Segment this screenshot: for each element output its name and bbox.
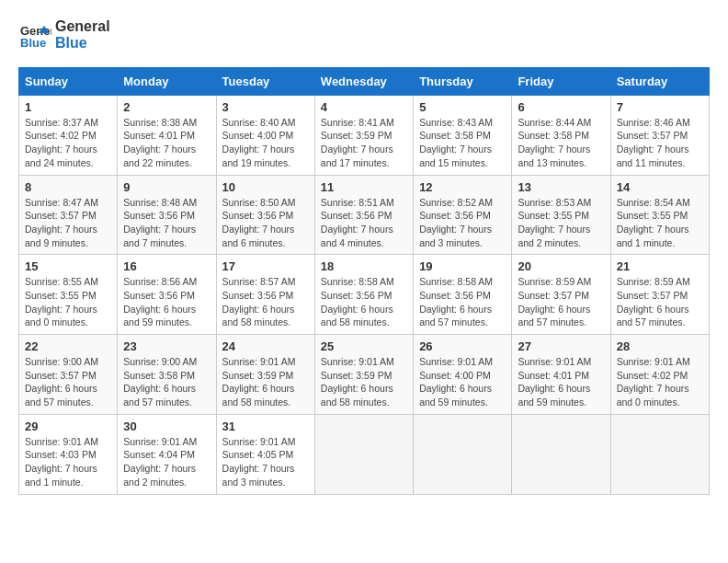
calendar-cell: 11Sunrise: 8:51 AMSunset: 3:56 PMDayligh… (314, 175, 413, 255)
page-header: General Blue General Blue (18, 18, 710, 52)
day-detail: Sunrise: 9:00 AMSunset: 3:58 PMDaylight:… (123, 355, 210, 409)
calendar-cell: 8Sunrise: 8:47 AMSunset: 3:57 PMDaylight… (19, 175, 118, 255)
calendar-cell: 21Sunrise: 8:59 AMSunset: 3:57 PMDayligh… (610, 255, 709, 335)
weekday-header-row: SundayMondayTuesdayWednesdayThursdayFrid… (19, 67, 710, 95)
calendar-cell: 22Sunrise: 9:00 AMSunset: 3:57 PMDayligh… (19, 335, 118, 415)
calendar-cell: 4Sunrise: 8:41 AMSunset: 3:59 PMDaylight… (314, 95, 413, 175)
day-number: 28 (617, 339, 703, 353)
weekday-header-monday: Monday (118, 67, 216, 95)
day-number: 15 (25, 259, 111, 273)
logo-blue: Blue (55, 35, 110, 52)
day-number: 19 (419, 259, 506, 273)
day-detail: Sunrise: 8:58 AMSunset: 3:56 PMDaylight:… (419, 275, 506, 329)
weekday-header-sunday: Sunday (19, 67, 118, 95)
day-number: 13 (518, 180, 604, 194)
day-detail: Sunrise: 9:01 AMSunset: 3:59 PMDaylight:… (222, 355, 309, 409)
day-detail: Sunrise: 9:01 AMSunset: 4:03 PMDaylight:… (25, 435, 111, 489)
calendar-cell: 18Sunrise: 8:58 AMSunset: 3:56 PMDayligh… (314, 255, 413, 335)
day-detail: Sunrise: 9:01 AMSunset: 4:04 PMDaylight:… (123, 435, 210, 489)
day-detail: Sunrise: 9:00 AMSunset: 3:57 PMDaylight:… (25, 355, 111, 409)
day-number: 20 (518, 259, 604, 273)
calendar-cell: 28Sunrise: 9:01 AMSunset: 4:02 PMDayligh… (610, 335, 709, 415)
calendar-week-3: 15Sunrise: 8:55 AMSunset: 3:55 PMDayligh… (19, 255, 710, 335)
weekday-header-saturday: Saturday (610, 67, 709, 95)
calendar-cell: 13Sunrise: 8:53 AMSunset: 3:55 PMDayligh… (512, 175, 610, 255)
day-detail: Sunrise: 9:01 AMSunset: 3:59 PMDaylight:… (321, 355, 407, 409)
day-number: 26 (419, 339, 506, 353)
calendar-cell: 31Sunrise: 9:01 AMSunset: 4:05 PMDayligh… (216, 414, 314, 494)
weekday-header-thursday: Thursday (414, 67, 512, 95)
calendar-cell (512, 414, 610, 494)
calendar-cell: 9Sunrise: 8:48 AMSunset: 3:56 PMDaylight… (118, 175, 216, 255)
day-number: 18 (321, 259, 407, 273)
calendar-week-4: 22Sunrise: 9:00 AMSunset: 3:57 PMDayligh… (19, 335, 710, 415)
calendar-cell (610, 414, 709, 494)
day-detail: Sunrise: 9:01 AMSunset: 4:00 PMDaylight:… (419, 355, 506, 409)
day-number: 12 (419, 180, 506, 194)
calendar-cell: 3Sunrise: 8:40 AMSunset: 4:00 PMDaylight… (216, 95, 314, 175)
day-detail: Sunrise: 8:57 AMSunset: 3:56 PMDaylight:… (222, 275, 309, 329)
day-detail: Sunrise: 8:48 AMSunset: 3:56 PMDaylight:… (123, 196, 210, 250)
day-number: 5 (419, 100, 506, 114)
calendar-cell: 5Sunrise: 8:43 AMSunset: 3:58 PMDaylight… (414, 95, 512, 175)
calendar-cell: 12Sunrise: 8:52 AMSunset: 3:56 PMDayligh… (414, 175, 512, 255)
day-number: 21 (617, 259, 703, 273)
day-detail: Sunrise: 8:43 AMSunset: 3:58 PMDaylight:… (419, 116, 506, 170)
logo-general: General (55, 18, 110, 35)
day-number: 8 (25, 180, 111, 194)
day-detail: Sunrise: 8:38 AMSunset: 4:01 PMDaylight:… (123, 116, 210, 170)
day-detail: Sunrise: 8:58 AMSunset: 3:56 PMDaylight:… (321, 275, 407, 329)
calendar-cell: 20Sunrise: 8:59 AMSunset: 3:57 PMDayligh… (512, 255, 610, 335)
weekday-header-friday: Friday (512, 67, 610, 95)
calendar-week-5: 29Sunrise: 9:01 AMSunset: 4:03 PMDayligh… (19, 414, 710, 494)
calendar-cell: 7Sunrise: 8:46 AMSunset: 3:57 PMDaylight… (610, 95, 709, 175)
calendar-cell (314, 414, 413, 494)
day-number: 31 (222, 419, 309, 433)
calendar-cell: 24Sunrise: 9:01 AMSunset: 3:59 PMDayligh… (216, 335, 314, 415)
day-detail: Sunrise: 8:59 AMSunset: 3:57 PMDaylight:… (617, 275, 703, 329)
day-number: 30 (123, 419, 210, 433)
day-detail: Sunrise: 8:44 AMSunset: 3:58 PMDaylight:… (518, 116, 604, 170)
day-number: 22 (25, 339, 111, 353)
logo-icon: General Blue (18, 18, 51, 52)
calendar-table: SundayMondayTuesdayWednesdayThursdayFrid… (18, 67, 710, 495)
day-detail: Sunrise: 8:40 AMSunset: 4:00 PMDaylight:… (222, 116, 309, 170)
weekday-header-wednesday: Wednesday (314, 67, 413, 95)
day-number: 6 (518, 100, 604, 114)
day-detail: Sunrise: 9:01 AMSunset: 4:05 PMDaylight:… (222, 435, 309, 489)
day-detail: Sunrise: 8:56 AMSunset: 3:56 PMDaylight:… (123, 275, 210, 329)
day-number: 9 (123, 180, 210, 194)
calendar-cell: 2Sunrise: 8:38 AMSunset: 4:01 PMDaylight… (118, 95, 216, 175)
calendar-cell: 19Sunrise: 8:58 AMSunset: 3:56 PMDayligh… (414, 255, 512, 335)
day-number: 3 (222, 100, 309, 114)
day-detail: Sunrise: 8:53 AMSunset: 3:55 PMDaylight:… (518, 196, 604, 250)
weekday-header-tuesday: Tuesday (216, 67, 314, 95)
calendar-cell: 30Sunrise: 9:01 AMSunset: 4:04 PMDayligh… (118, 414, 216, 494)
day-detail: Sunrise: 8:59 AMSunset: 3:57 PMDaylight:… (518, 275, 604, 329)
day-number: 17 (222, 259, 309, 273)
day-detail: Sunrise: 8:46 AMSunset: 3:57 PMDaylight:… (617, 116, 703, 170)
day-number: 7 (617, 100, 703, 114)
day-detail: Sunrise: 8:50 AMSunset: 3:56 PMDaylight:… (222, 196, 309, 250)
day-detail: Sunrise: 8:37 AMSunset: 4:02 PMDaylight:… (25, 116, 111, 170)
calendar-cell (414, 414, 512, 494)
calendar-cell: 6Sunrise: 8:44 AMSunset: 3:58 PMDaylight… (512, 95, 610, 175)
day-number: 4 (321, 100, 407, 114)
calendar-cell: 14Sunrise: 8:54 AMSunset: 3:55 PMDayligh… (610, 175, 709, 255)
day-number: 29 (25, 419, 111, 433)
day-number: 27 (518, 339, 604, 353)
svg-text:Blue: Blue (20, 36, 46, 50)
day-number: 16 (123, 259, 210, 273)
day-detail: Sunrise: 8:55 AMSunset: 3:55 PMDaylight:… (25, 275, 111, 329)
day-detail: Sunrise: 8:47 AMSunset: 3:57 PMDaylight:… (25, 196, 111, 250)
calendar-cell: 15Sunrise: 8:55 AMSunset: 3:55 PMDayligh… (19, 255, 118, 335)
calendar-week-2: 8Sunrise: 8:47 AMSunset: 3:57 PMDaylight… (19, 175, 710, 255)
day-number: 14 (617, 180, 703, 194)
day-detail: Sunrise: 8:51 AMSunset: 3:56 PMDaylight:… (321, 196, 407, 250)
calendar-cell: 26Sunrise: 9:01 AMSunset: 4:00 PMDayligh… (414, 335, 512, 415)
calendar-cell: 16Sunrise: 8:56 AMSunset: 3:56 PMDayligh… (118, 255, 216, 335)
calendar-cell: 27Sunrise: 9:01 AMSunset: 4:01 PMDayligh… (512, 335, 610, 415)
calendar-cell: 23Sunrise: 9:00 AMSunset: 3:58 PMDayligh… (118, 335, 216, 415)
calendar-cell: 17Sunrise: 8:57 AMSunset: 3:56 PMDayligh… (216, 255, 314, 335)
calendar-cell: 10Sunrise: 8:50 AMSunset: 3:56 PMDayligh… (216, 175, 314, 255)
